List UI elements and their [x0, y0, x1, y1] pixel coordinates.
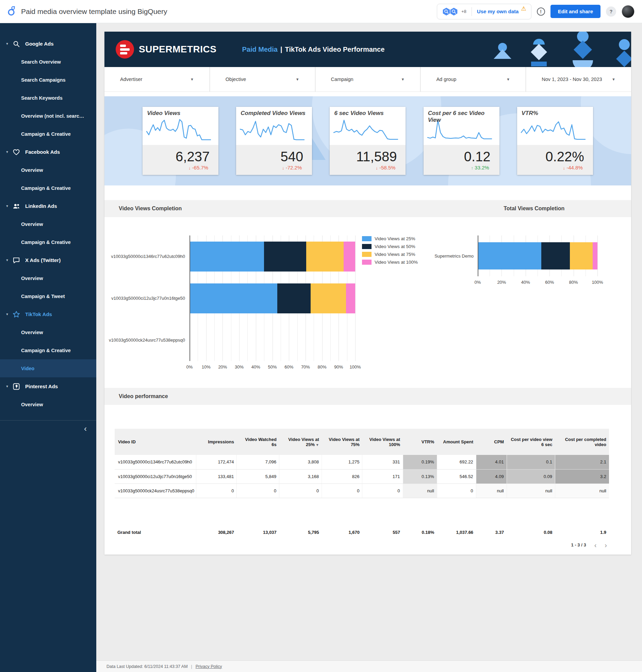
- footer-separator: |: [191, 664, 192, 669]
- table-cell: 2.1: [555, 455, 609, 469]
- table-cell: v10033g50000ci12u3jc77u0n16tge50: [115, 469, 196, 483]
- scorecard-title: Video Views: [147, 110, 214, 117]
- date-range-filter[interactable]: Nov 1, 2023 - Nov 30, 2023 ▼: [526, 67, 631, 92]
- axis-tick-label: 80%: [569, 280, 578, 285]
- sidebar-item-tiktok-ads-campaign-creative[interactable]: Campaign & Creative: [0, 341, 96, 359]
- stacked-bar-v10033g50000ci1346rc77u62utc09h0: [190, 242, 355, 272]
- sidebar-item-label: Campaign & Creative: [21, 240, 71, 245]
- sidebar-item-label: Campaign & Creative: [21, 348, 71, 353]
- sidebar-item-x-ads-twitter-campaign-tweet[interactable]: Campaign & Tweet: [0, 287, 96, 305]
- axis-tick-label: 0%: [475, 280, 481, 285]
- sidebar-item-label: Overview (not incl. searc…: [21, 113, 84, 119]
- column-header-video-views-at-75[interactable]: Video Views at 75%: [322, 429, 362, 455]
- grand-total-cell: 1,037.66: [437, 527, 476, 538]
- sidebar-item-facebook-ads-campaign-creative[interactable]: Campaign & Creative: [0, 179, 96, 197]
- scorecard-6-sec-video-views: 6 sec Video Views11,589↓ -58.5%: [330, 107, 406, 175]
- column-header-cost-per-completed-video[interactable]: Cost per completed video: [555, 429, 609, 455]
- sidebar-item-label: Overview: [21, 402, 43, 407]
- sidebar-item-google-ads-campaign-creative[interactable]: Campaign & Creative: [0, 125, 96, 143]
- column-header-video-watched-6s[interactable]: Video Watched 6s: [237, 429, 279, 455]
- sidebar-group-google-ads[interactable]: ▾Google Ads: [0, 35, 96, 53]
- sidebar-nav: ▾Google AdsSearch OverviewSearch Campaig…: [0, 23, 96, 420]
- privacy-policy-link[interactable]: Privacy Policy: [196, 664, 222, 669]
- chevron-down-icon[interactable]: ▾: [4, 150, 10, 154]
- sidebar-item-linkedin-ads-campaign-creative[interactable]: Campaign & Creative: [0, 233, 96, 251]
- sidebar-group-linkedin-ads[interactable]: ▾LinkedIn Ads: [0, 197, 96, 215]
- sidebar-group-pinterest-ads[interactable]: ▾Pinterest Ads: [0, 377, 96, 396]
- chart-category-label: v10033g50000ci1346rc77u62utc09h0: [104, 235, 190, 277]
- sparkline-chart: [332, 118, 399, 144]
- legend-swatch: [362, 260, 372, 265]
- user-avatar[interactable]: [621, 5, 634, 18]
- sidebar-item-google-ads-overview-not-incl-searc[interactable]: Overview (not incl. searc…: [0, 107, 96, 125]
- table-cell: 0.09: [506, 469, 555, 483]
- people-icon: [12, 202, 21, 210]
- sidebar-item-google-ads-search-campaigns[interactable]: Search Campaigns: [0, 71, 96, 89]
- legend-swatch: [362, 252, 372, 257]
- bigquery-icon[interactable]: [449, 7, 458, 16]
- edit-and-share-button[interactable]: Edit and share: [551, 5, 601, 18]
- axis-tick-label: 50%: [268, 364, 277, 370]
- table-header-row: Video IDImpressionsVideo Watched 6sVideo…: [115, 429, 609, 455]
- chevron-down-icon[interactable]: ▾: [4, 41, 10, 46]
- sidebar-item-pinterest-ads-overview[interactable]: Overview: [0, 396, 96, 413]
- table-cell: 0.13%: [403, 469, 437, 483]
- left-chart-category-labels: v10033g50000ci1346rc77u62utc09h0v10033g5…: [104, 235, 190, 388]
- sidebar-group-label: Google Ads: [25, 41, 54, 47]
- sidebar-group-tiktok-ads[interactable]: ▾TikTok Ads: [0, 305, 96, 323]
- column-header-video-views-at-25[interactable]: Video Views at 25% ▼: [279, 429, 322, 455]
- sidebar-item-tiktok-ads-overview[interactable]: Overview: [0, 323, 96, 341]
- chevron-down-icon[interactable]: ▾: [4, 312, 10, 316]
- table-cell: 3,168: [279, 469, 322, 483]
- sidebar-item-facebook-ads-overview[interactable]: Overview: [0, 161, 96, 179]
- column-header-cpm[interactable]: CPM: [476, 429, 506, 455]
- help-icon[interactable]: ?: [606, 7, 616, 17]
- column-header-amount-spent[interactable]: Amount Spent: [437, 429, 476, 455]
- canvas-backdrop: [96, 555, 642, 660]
- use-my-own-data-button[interactable]: Use my own data: [477, 9, 519, 14]
- scorecard-completed-video-views: Completed Video Views540↓ -72.2%: [236, 107, 312, 175]
- objective-filter[interactable]: Objective ▼: [210, 67, 316, 92]
- campaign-filter[interactable]: Campaign ▼: [316, 67, 421, 92]
- chevron-down-icon[interactable]: ▾: [4, 258, 10, 262]
- data-sources-pill[interactable]: +8 Use my own data ⚠: [437, 4, 531, 20]
- bar-segment-video-views-at-100: [346, 283, 355, 313]
- table-cell: 692.22: [437, 455, 476, 469]
- grand-total-cell: 1,670: [322, 527, 362, 538]
- column-header-impressions[interactable]: Impressions: [196, 429, 237, 455]
- scorecard-value: 0.22%: [545, 150, 584, 164]
- top-app-bar: Paid media overview template using BigQu…: [0, 0, 642, 23]
- advertiser-filter[interactable]: Advertiser ▼: [104, 67, 210, 92]
- footer-bar: Data Last Updated: 6/11/2024 11:43:37 AM…: [96, 660, 642, 672]
- sidebar-item-x-ads-twitter-overview[interactable]: Overview: [0, 269, 96, 287]
- sidebar-filler: [0, 437, 96, 672]
- data-last-updated: Data Last Updated: 6/11/2024 11:43:37 AM: [106, 664, 188, 669]
- chevron-down-icon: ▼: [401, 77, 405, 81]
- scorecard-value: 540: [281, 150, 304, 164]
- sidebar-item-google-ads-search-keywords[interactable]: Search Keywords: [0, 89, 96, 107]
- looker-studio-logo-icon[interactable]: [7, 6, 16, 17]
- column-header-video-views-at-100[interactable]: Video Views at 100%: [362, 429, 403, 455]
- column-header-cost-per-video-view-6-sec[interactable]: Cost per video view 6 sec: [506, 429, 555, 455]
- collapse-sidebar-icon[interactable]: ‹: [84, 425, 87, 433]
- column-header-vtr[interactable]: VTR%: [403, 429, 437, 455]
- sidebar-item-google-ads-search-overview[interactable]: Search Overview: [0, 53, 96, 71]
- sidebar-group-x-ads-twitter[interactable]: ▾X Ads (Twitter): [0, 251, 96, 269]
- scorecard-cost-per-6-sec-video-view: Cost per 6 sec Video View0.12↑ 33.2%: [424, 107, 499, 175]
- sidebar-group-facebook-ads[interactable]: ▾Facebook Ads: [0, 143, 96, 161]
- info-icon[interactable]: !: [537, 8, 545, 16]
- chat-icon: [12, 256, 21, 264]
- table-cell: 0: [362, 483, 403, 498]
- column-header-video-id[interactable]: Video ID: [115, 429, 196, 455]
- previous-page-icon[interactable]: ‹: [594, 542, 597, 548]
- sidebar-item-pinterest-ads-campaign[interactable]: Campaign: [0, 413, 96, 420]
- sidebar-item-linkedin-ads-overview[interactable]: Overview: [0, 215, 96, 233]
- next-page-icon[interactable]: ›: [605, 542, 607, 548]
- sidebar-group-label: X Ads (Twitter): [25, 257, 61, 263]
- sidebar-item-tiktok-ads-video[interactable]: Video: [0, 359, 96, 377]
- chevron-down-icon[interactable]: ▾: [4, 204, 10, 208]
- ad-group-filter[interactable]: Ad group ▼: [421, 67, 526, 92]
- grand-total-cell: 308,267: [196, 527, 237, 538]
- chevron-down-icon[interactable]: ▾: [4, 384, 10, 389]
- legend-item-video-views-at-25: Video Views at 25%: [362, 236, 427, 241]
